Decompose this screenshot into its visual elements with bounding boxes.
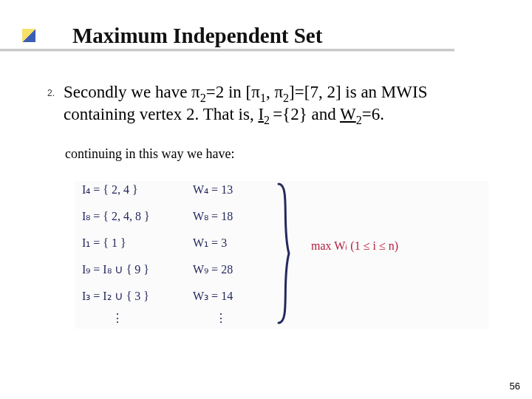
hand-w8: W₈ = 18 (193, 211, 233, 222)
title-bullet-icon (22, 29, 35, 42)
hand-i4: I₄ = { 2, 4 } (82, 184, 138, 196)
continuing-text: continuing in this way we have: (65, 146, 502, 162)
hand-i1: I₁ = { 1 } (82, 237, 126, 249)
t: ={2} and (273, 105, 340, 123)
hand-dots-right: ⋮ (215, 313, 227, 324)
t: W (340, 105, 356, 123)
hand-i9: I₉ = I₈ ∪ { 9 } (82, 264, 149, 276)
t: 1 (260, 92, 266, 104)
brace-icon (274, 181, 296, 329)
t: =6. (362, 105, 384, 123)
hand-w4: W₄ = 13 (193, 184, 233, 196)
item-number: 2. (47, 81, 64, 98)
handwritten-area: I₄ = { 2, 4 } W₄ = 13 I₈ = { 2, 4, 8 } W… (74, 180, 489, 330)
list-item-2: 2. Secondly we have π2=2 in [π1, π2]=[7,… (47, 81, 502, 126)
t: I (258, 105, 264, 123)
page-number: 56 (510, 381, 520, 392)
slide: Maximum Independent Set 2. Secondly we h… (0, 0, 532, 399)
t: Secondly we have π (64, 83, 200, 101)
hand-dots-left: ⋮ (112, 313, 123, 324)
t: 2 (356, 113, 362, 126)
hand-w1: W₁ = 3 (193, 237, 227, 249)
hand-max: max Wᵢ (1 ≤ i ≤ n) (311, 240, 398, 252)
hand-i8: I₈ = { 2, 4, 8 } (82, 211, 150, 222)
hand-w3: W₃ = 14 (193, 290, 233, 302)
t: 2 (283, 92, 289, 104)
hand-i3: I₃ = I₂ ∪ { 3 } (82, 290, 149, 302)
title-underline (0, 49, 454, 51)
t: =2 in [π (206, 83, 260, 101)
t: 2 (200, 92, 206, 104)
slide-title: Maximum Independent Set (72, 24, 322, 48)
hand-w9: W₉ = 28 (193, 264, 233, 276)
t: , π (266, 83, 283, 101)
item-text: Secondly we have π2=2 in [π1, π2]=[7, 2]… (64, 81, 502, 126)
body: 2. Secondly we have π2=2 in [π1, π2]=[7,… (47, 81, 502, 162)
t: 2 (264, 113, 273, 126)
